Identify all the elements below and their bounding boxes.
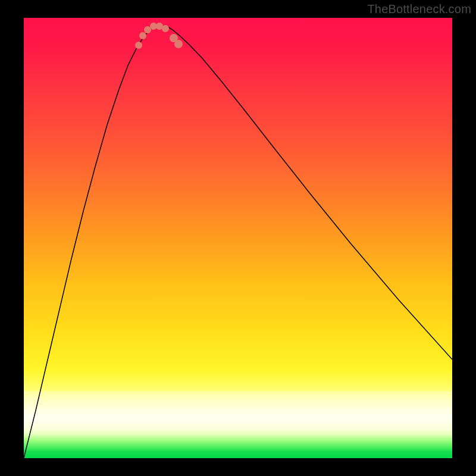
valley-marker [139,32,146,39]
right-curve [167,26,452,359]
chart-stage: TheBottleneck.com [0,0,476,476]
valley-marker [162,25,169,32]
plot-area [24,18,452,458]
valley-marker [135,42,142,49]
curve-layer [24,18,452,458]
valley-marker [144,26,151,33]
watermark-text: TheBottleneck.com [367,2,471,16]
left-curve [24,26,154,458]
markers-group [135,23,183,49]
valley-marker [174,40,183,48]
